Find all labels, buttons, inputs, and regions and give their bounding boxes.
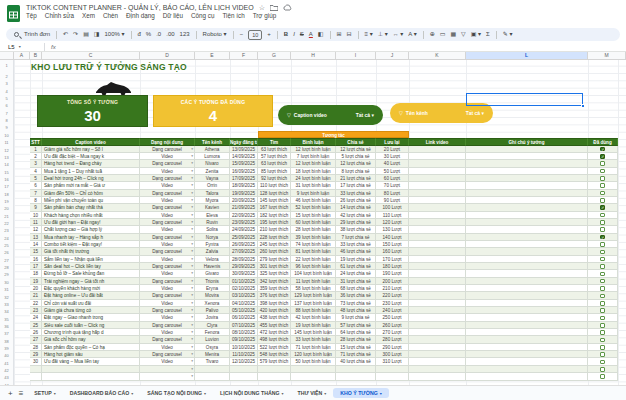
table-header-cell[interactable]: Tim [258, 138, 291, 146]
cell-note[interactable] [466, 263, 588, 270]
cell-shares[interactable]: 8 lượt chia sẻ [336, 168, 376, 175]
cell-type[interactable]: Dạng carousel▾ [140, 219, 195, 226]
column-header-L[interactable]: L [466, 52, 588, 59]
cell-saves[interactable]: 110 Lượt [376, 212, 409, 219]
cell-likes[interactable]: 472 lượt thích [258, 329, 291, 336]
cell-type[interactable]: Dạng carousel▾ [140, 307, 195, 314]
row-number[interactable]: 4 [0, 88, 13, 95]
dropdown-chevron-icon[interactable]: ▾ [191, 204, 193, 211]
cell-note[interactable] [466, 182, 588, 189]
cell-date[interactable]: 06/10/2025 [230, 314, 258, 321]
dropdown-chevron-icon[interactable]: ▾ [191, 307, 193, 314]
used-checkbox[interactable] [600, 272, 605, 277]
cell-link[interactable] [409, 344, 466, 351]
used-checkbox[interactable]: ✓ [600, 154, 605, 159]
cell-type[interactable]: Video▾ [140, 314, 195, 321]
cell-date[interactable]: 07/10/2025 [230, 322, 258, 329]
cell-type[interactable]: Video▾ [140, 344, 195, 351]
cell-date[interactable]: 10/10/2025 [230, 344, 258, 351]
cell-link[interactable] [409, 373, 466, 380]
used-checkbox[interactable] [600, 352, 605, 357]
cell-date[interactable]: 08/10/2025 [230, 329, 258, 336]
row-number[interactable]: 11 [0, 139, 13, 146]
cell-comments[interactable]: 60 lượt bình luận [291, 219, 336, 226]
font-size-increase-button[interactable]: + [267, 29, 271, 40]
cell-stt[interactable]: 21 [30, 292, 42, 299]
cell-stt[interactable]: 5 [30, 175, 42, 182]
cell-note[interactable] [466, 358, 588, 365]
cell-likes[interactable]: 167 lượt thích [258, 204, 291, 211]
menu-chỉnh-sửa[interactable]: Chỉnh sửa [45, 12, 74, 19]
cell-likes[interactable]: 301 lượt thích [258, 263, 291, 270]
cell-caption[interactable]: Miễn phí vận chuyển toàn qu [42, 197, 140, 204]
cell-note[interactable] [466, 190, 588, 197]
cell-comments[interactable]: 12 lượt bình luận [291, 160, 336, 167]
sheets-logo-icon[interactable] [7, 5, 20, 22]
cell-shares[interactable]: 24 lượt chia sẻ [336, 270, 376, 277]
cell-likes[interactable]: 325 lượt thích [258, 270, 291, 277]
channel-filter[interactable]: ▽ Tên kênh Tất cả ▾ [390, 103, 493, 123]
dropdown-chevron-icon[interactable]: ▾ [191, 153, 193, 160]
cell-likes[interactable]: 182 lượt thích [258, 212, 291, 219]
cell-type[interactable]: Dạng carousel▾ [140, 263, 195, 270]
cell-type[interactable]: Dạng carousel▾ [140, 146, 195, 153]
cell-channel[interactable]: Lumora [195, 153, 230, 160]
cell-comments[interactable]: 145 lượt bình luận [291, 329, 336, 336]
used-checkbox[interactable] [600, 161, 605, 166]
cell-shares[interactable]: 21 lượt chia sẻ [336, 175, 376, 182]
used-checkbox[interactable] [600, 338, 605, 343]
cell-type[interactable]: ▾ [140, 373, 195, 380]
cell-note[interactable] [466, 329, 588, 336]
sheet-tab-kho-ý-tưởng[interactable]: KHO Ý TƯỞNG▾ [333, 388, 389, 398]
menu-công-cụ[interactable]: Công cụ [191, 12, 214, 19]
cell-channel[interactable]: Movira [195, 292, 230, 299]
decrease-decimal-button[interactable]: .0 [156, 29, 161, 40]
cell-likes[interactable]: 63 lượt thích [258, 160, 291, 167]
menu-tiện-ích[interactable]: Tiện ích [222, 12, 244, 19]
cell-date[interactable]: 25/09/2025 [230, 234, 258, 241]
cell-caption[interactable]: Chất lượng cao – Giá hợp lý [42, 226, 140, 233]
used-checkbox[interactable] [600, 286, 605, 291]
cell-likes[interactable]: 210 lượt thích [258, 226, 291, 233]
cell-caption[interactable]: Giảm giá sốc hôm nay – Số l [42, 146, 140, 153]
cell-note[interactable] [466, 146, 588, 153]
used-checkbox[interactable] [600, 242, 605, 247]
cell-note[interactable] [466, 285, 588, 292]
cell-caption[interactable]: Siêu sale cuối tuần – Click ng [42, 322, 140, 329]
row-number[interactable]: 13 [0, 154, 13, 161]
cell-comments[interactable]: 71 lượt bình luận [291, 344, 336, 351]
row-number[interactable]: 42 [0, 367, 13, 374]
cell-stt[interactable]: 24 [30, 314, 42, 321]
row-number[interactable]: 30 [0, 279, 13, 286]
used-checkbox[interactable] [600, 198, 605, 203]
cell-note[interactable] [466, 344, 588, 351]
cell-shares[interactable]: 42 lượt chia sẻ [336, 212, 376, 219]
cell-shares[interactable]: 5 lượt chia sẻ [336, 153, 376, 160]
cell-link[interactable] [409, 270, 466, 277]
increase-decimal-button[interactable]: .00 [166, 29, 174, 40]
font-size-decrease-button[interactable]: − [240, 29, 244, 40]
cell-comments[interactable]: 50 lượt bình luận [291, 358, 336, 365]
cell-link[interactable] [409, 263, 466, 270]
cell-note[interactable] [466, 307, 588, 314]
redo-icon[interactable]: ↷ [73, 29, 78, 40]
cell-stt[interactable] [30, 366, 42, 373]
add-sheet-icon[interactable]: + [8, 389, 13, 398]
column-header-J[interactable]: J [376, 52, 409, 59]
used-checkbox[interactable] [600, 323, 605, 328]
merge-cells-icon[interactable]: ⊟ [347, 29, 352, 40]
cell-note[interactable] [466, 292, 588, 299]
cell-stt[interactable]: 16 [30, 256, 42, 263]
cell-saves[interactable]: 90 Lượt [376, 197, 409, 204]
row-number[interactable]: 26 [0, 249, 13, 256]
row-number[interactable]: 6 [0, 102, 13, 109]
cell-date[interactable]: 24/09/2025 [230, 226, 258, 233]
cell-channel[interactable] [195, 373, 230, 380]
cell-type[interactable]: Dạng carousel▾ [140, 351, 195, 358]
cell-stt[interactable]: 14 [30, 241, 42, 248]
menu-tệp[interactable]: Tệp [26, 12, 37, 19]
cell-link[interactable] [409, 234, 466, 241]
cell-caption[interactable]: Giảm giá chưa từng có [42, 307, 140, 314]
dropdown-chevron-icon[interactable]: ▾ [191, 344, 193, 351]
row-number[interactable]: 36 [0, 323, 13, 330]
